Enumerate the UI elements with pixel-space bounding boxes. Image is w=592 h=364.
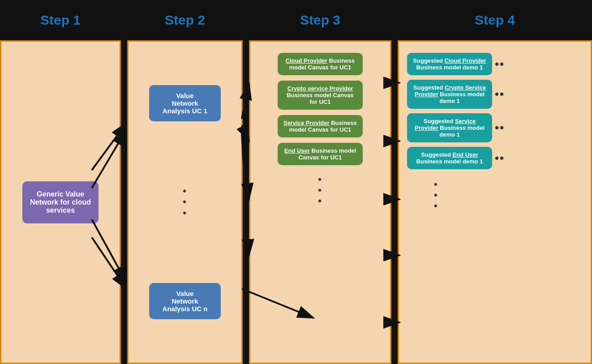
step4-header: Step 4 <box>398 13 592 28</box>
col4-bg: Suggested Cloud Provider Business model … <box>398 40 592 364</box>
cloud-provider-canvas-box: Cloud Provider Business model Canvas for… <box>278 53 363 75</box>
crypto-provider-canvas-box: Crypto service Provider Business model C… <box>278 81 363 110</box>
col2-lower: ValueNetworkAnalysis UC n <box>149 283 221 319</box>
col3-dots: ••• <box>318 174 322 207</box>
col1-bg: Generic Value Network for cloud services <box>0 40 121 364</box>
col2-dots: ••• <box>183 186 187 218</box>
row4-dots: •• <box>495 152 505 165</box>
suggested-end-user-box: Suggested End User Business model demo 1 <box>407 147 492 169</box>
step4-row4: Suggested End User Business model demo 1… <box>407 147 505 169</box>
uc1-box: ValueNetworkAnalysis UC 1 <box>149 85 221 121</box>
suggested-cloud-provider-box: Suggested Cloud Provider Business model … <box>407 53 492 75</box>
step2-header: Step 2 <box>127 13 243 28</box>
sep3 <box>391 40 398 364</box>
generic-value-network-box: Generic Value Network for cloud services <box>22 181 99 223</box>
row1-dots: •• <box>495 58 505 71</box>
step3-header: Step 3 <box>249 13 391 28</box>
service-provider-canvas-box: Service Provider Business model Canvas f… <box>278 115 363 137</box>
step1-header: Step 1 <box>0 13 121 28</box>
step4-row1: Suggested Cloud Provider Business model … <box>407 53 505 75</box>
col4-dots: ••• <box>434 179 438 212</box>
col2-upper: ValueNetworkAnalysis UC 1 <box>149 85 221 121</box>
ucn-box: ValueNetworkAnalysis UC n <box>149 283 221 319</box>
step4-row3: Suggested Service Provider Business mode… <box>407 113 505 142</box>
suggested-service-provider-box: Suggested Service Provider Business mode… <box>407 113 492 142</box>
sep2 <box>243 40 249 364</box>
suggested-crypto-provider-box: Suggested Crypto Service Provider Busine… <box>407 80 492 109</box>
end-user-canvas-box: End User Business model Canvas for UC1 <box>278 143 363 165</box>
row2-dots: •• <box>495 88 505 101</box>
row3-dots: •• <box>495 121 505 134</box>
col2-bg: ValueNetworkAnalysis UC 1 ••• ValueNetwo… <box>127 40 243 364</box>
sep1 <box>121 40 127 364</box>
col3-bg: Cloud Provider Business model Canvas for… <box>249 40 391 364</box>
step4-row2: Suggested Crypto Service Provider Busine… <box>407 80 505 109</box>
